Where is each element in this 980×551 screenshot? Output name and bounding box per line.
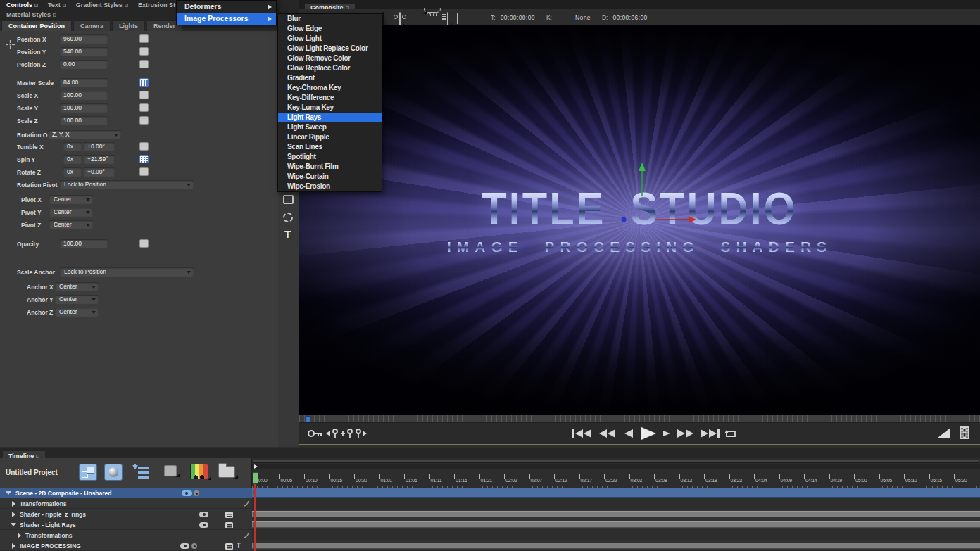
rotate-z-revolutions-input[interactable]: 0x [63, 167, 82, 177]
play-button[interactable] [641, 427, 656, 440]
tumble-x-keyframe-checkbox[interactable] [139, 142, 149, 151]
media-import-button[interactable] [190, 464, 208, 479]
shader-duration-bar[interactable] [252, 511, 980, 517]
blend-mode-icon[interactable] [225, 512, 233, 518]
submenu-item[interactable]: Light Sweep [278, 122, 382, 132]
scale-y-input[interactable]: 100.00 [60, 103, 108, 113]
subtab-lights[interactable]: Lights [112, 20, 145, 31]
scale-z-keyframe-checkbox[interactable] [139, 116, 149, 125]
scale-y-keyframe-checkbox[interactable] [139, 103, 149, 112]
expand-arrow-icon[interactable] [12, 501, 15, 507]
opacity-keyframe-checkbox[interactable] [139, 239, 149, 248]
position-y-input[interactable]: 540.00 [60, 47, 108, 56]
submenu-item[interactable]: Key-Difference [278, 93, 382, 103]
tab-material-styles[interactable]: Material Styles [3, 10, 60, 20]
submenu-item[interactable]: Glow Light [278, 34, 382, 44]
position-z-input[interactable]: 0.00 [60, 60, 108, 69]
submenu-item[interactable]: Glow Remove Color [278, 53, 382, 63]
visibility-eye-icon[interactable] [180, 543, 189, 549]
track-transformations-2[interactable] [252, 530, 980, 540]
layer-row-shader-ripple[interactable]: Shader - ripple_z_rings [0, 509, 252, 519]
layer-row-scene[interactable]: Scene - 2D Composite - Unshared [0, 488, 252, 498]
submenu-item[interactable]: Glow Light Replace Color [278, 44, 382, 53]
curve-editor-icon[interactable] [243, 532, 249, 538]
track-scene[interactable] [252, 488, 980, 498]
tab-menu-icon[interactable] [53, 13, 56, 17]
submenu-item[interactable]: Light Rays [278, 113, 382, 122]
ellipse-tool-icon[interactable] [283, 213, 293, 222]
menu-item-image-processors[interactable]: Image Processors [177, 13, 276, 25]
scene-duration-bar[interactable] [252, 488, 980, 498]
curve-editor-icon[interactable] [243, 500, 249, 507]
menu-item-deformers[interactable]: Deformers [177, 1, 276, 13]
submenu-item[interactable]: Glow Edge [278, 24, 382, 34]
background-color-button[interactable] [382, 13, 384, 25]
tab-menu-icon[interactable] [125, 4, 128, 7]
new-container-button[interactable] [79, 464, 97, 481]
submenu-item[interactable]: Wipe-Erosion [278, 182, 382, 191]
submenu-item[interactable]: Wipe-Burnt Film [278, 162, 382, 172]
timeline-playhead-grip[interactable] [253, 472, 258, 484]
visibility-eye-icon[interactable] [199, 512, 208, 517]
fast-forward-button[interactable] [677, 429, 693, 438]
add-keyframe-button[interactable] [341, 429, 352, 438]
layer-row-shader-light-rays[interactable]: Shader - Light Rays [0, 519, 252, 530]
master-scale-keyframe-checkbox[interactable] [139, 78, 149, 87]
track-transformations[interactable] [252, 498, 980, 509]
new-material-button[interactable] [104, 464, 122, 481]
next-keyframe-button[interactable] [356, 429, 367, 438]
submenu-item[interactable]: Wipe-Curtain [278, 172, 382, 182]
blend-mode-icon[interactable] [225, 522, 233, 528]
step-forward-button[interactable] [663, 431, 670, 436]
track-shader-ripple[interactable] [252, 509, 980, 519]
collapse-arrow-icon[interactable] [11, 523, 16, 526]
expand-arrow-icon[interactable] [12, 543, 15, 549]
loop-button[interactable] [724, 430, 735, 436]
composite-viewport[interactable]: TITLE STUDIO IMAGE PROCESSING SHADERS [299, 25, 980, 415]
add-track-button[interactable] [131, 464, 149, 481]
subtab-container-position[interactable]: Container Position [1, 20, 72, 31]
render-to-file-button[interactable] [959, 426, 970, 440]
tab-menu-icon[interactable] [63, 4, 66, 7]
submenu-item[interactable]: Spotlight [278, 152, 382, 162]
tumble-x-revolutions-input[interactable]: 0x [63, 142, 82, 151]
anchor-x-dropdown[interactable]: Center [55, 282, 99, 291]
scale-z-input[interactable]: 100.00 [60, 116, 108, 125]
tab-text[interactable]: Text [44, 0, 70, 10]
tab-menu-icon[interactable] [36, 455, 39, 458]
go-to-start-button[interactable] [572, 429, 591, 438]
rectangle-tool-icon[interactable] [283, 195, 294, 204]
viewport-scrubber[interactable] [299, 415, 980, 423]
text-tool-icon[interactable]: T [284, 228, 291, 240]
master-scale-input[interactable]: 84.00 [60, 78, 108, 87]
position-x-keyframe-checkbox[interactable] [139, 34, 149, 43]
rotate-z-keyframe-checkbox[interactable] [139, 167, 149, 176]
rewind-button[interactable] [599, 429, 615, 438]
timeline-tracks[interactable] [252, 488, 980, 551]
render-preview-button[interactable] [936, 426, 952, 439]
expand-arrow-icon[interactable] [18, 533, 21, 538]
tumble-x-degrees-input[interactable]: +0.00° [84, 142, 115, 151]
position-z-keyframe-checkbox[interactable] [139, 60, 149, 68]
spin-y-degrees-input[interactable]: +21.59° [84, 155, 115, 164]
rotate-z-degrees-input[interactable]: +0.00° [84, 167, 115, 177]
layer-row-transformations-2[interactable]: Transformations [0, 530, 252, 540]
anchor-y-dropdown[interactable]: Center [55, 295, 99, 304]
timeline-ruler[interactable]: 00:0000:0500:1000:1500:2001:0101:0601:11… [252, 469, 980, 488]
timeline-marker-strip[interactable] [252, 464, 980, 469]
submenu-item[interactable]: Key-Chroma Key [278, 83, 382, 93]
timeline-playhead-line[interactable] [254, 484, 256, 551]
tab-menu-icon[interactable] [34, 4, 38, 7]
submenu-item[interactable]: Gradient [278, 73, 382, 83]
rotation-order-dropdown[interactable]: Z, Y, X [48, 130, 121, 139]
text-duration-bar[interactable] [252, 543, 980, 549]
view-layout-button[interactable] [399, 13, 401, 25]
submenu-item[interactable]: Key-Luma Key [278, 103, 382, 113]
submenu-item[interactable]: Linear Ripple [278, 132, 382, 142]
pivot-y-dropdown[interactable]: Center [49, 208, 93, 217]
timeline-zoom-scrollbar[interactable] [253, 460, 979, 463]
layer-row-image-processing[interactable]: IMAGE PROCESSING T [0, 540, 252, 551]
shader-duration-bar[interactable] [252, 521, 980, 528]
keyframe-mode-button[interactable] [308, 431, 322, 436]
display-options-button[interactable] [447, 13, 448, 25]
